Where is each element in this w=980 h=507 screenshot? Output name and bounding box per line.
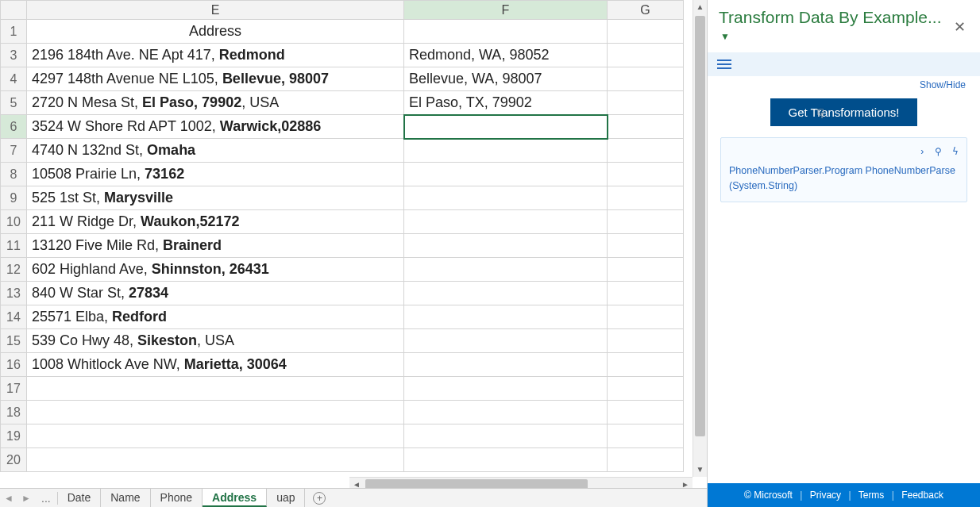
- cell-G13[interactable]: [608, 282, 684, 305]
- cell-F19[interactable]: [404, 424, 608, 448]
- row-header[interactable]: 20: [1, 448, 27, 472]
- result-text[interactable]: PhoneNumberParser.Program PhoneNumberPar…: [729, 163, 959, 194]
- cell-F6[interactable]: [404, 115, 608, 139]
- cell-F13[interactable]: [404, 282, 608, 305]
- cell-F5[interactable]: El Paso, TX, 79902: [404, 91, 608, 115]
- cell-G14[interactable]: [608, 305, 684, 329]
- cell-F18[interactable]: [404, 401, 608, 424]
- cell-F7[interactable]: [404, 139, 608, 163]
- cell-G20[interactable]: [608, 448, 684, 472]
- cell-E5[interactable]: 2720 N Mesa St, El Paso, 79902, USA: [27, 91, 404, 115]
- cell-E18[interactable]: [27, 401, 404, 424]
- row-header[interactable]: 18: [1, 401, 27, 424]
- cell-G6[interactable]: [608, 115, 684, 139]
- sheet-tab-address[interactable]: Address: [203, 489, 267, 507]
- sheet-tab-date[interactable]: Date: [58, 489, 102, 507]
- cell-G5[interactable]: [608, 91, 684, 115]
- row-header[interactable]: 10: [1, 210, 27, 234]
- row-header[interactable]: 14: [1, 305, 27, 329]
- cell-E1[interactable]: Address: [27, 20, 404, 44]
- get-transformations-button[interactable]: Get Transformations! ☟: [770, 98, 916, 126]
- worksheet-grid[interactable]: E F G 1Address32196 184th Ave. NE Apt 41…: [0, 0, 684, 472]
- cell-F12[interactable]: [404, 258, 608, 282]
- column-header-F[interactable]: F: [404, 1, 608, 20]
- close-pane-button[interactable]: ✕: [951, 18, 969, 36]
- row-header[interactable]: 19: [1, 424, 27, 448]
- scroll-up-arrow-icon[interactable]: ▲: [693, 0, 707, 14]
- vertical-scrollbar[interactable]: ▲ ▼: [693, 0, 707, 477]
- cell-G19[interactable]: [608, 424, 684, 448]
- cell-E8[interactable]: 10508 Prairie Ln, 73162: [27, 163, 404, 186]
- row-header[interactable]: 5: [1, 91, 27, 115]
- row-header[interactable]: 12: [1, 258, 27, 282]
- bolt-icon[interactable]: ϟ: [952, 146, 959, 157]
- scroll-down-arrow-icon[interactable]: ▼: [693, 463, 707, 477]
- row-header[interactable]: 1: [1, 20, 27, 44]
- cell-E7[interactable]: 4740 N 132nd St, Omaha: [27, 139, 404, 163]
- show-hide-link[interactable]: Show/Hide: [920, 79, 966, 90]
- cell-E20[interactable]: [27, 448, 404, 472]
- add-sheet-button[interactable]: +: [305, 489, 334, 507]
- cell-F1[interactable]: [404, 20, 608, 44]
- cell-E9[interactable]: 525 1st St, Marysville: [27, 186, 404, 210]
- pin-icon[interactable]: ⚲: [935, 146, 942, 157]
- cell-F20[interactable]: [404, 448, 608, 472]
- row-header[interactable]: 9: [1, 186, 27, 210]
- select-all-corner[interactable]: [1, 1, 27, 20]
- cell-E6[interactable]: 3524 W Shore Rd APT 1002, Warwick,02886: [27, 115, 404, 139]
- cell-G8[interactable]: [608, 163, 684, 186]
- cell-F17[interactable]: [404, 377, 608, 401]
- footer-feedback-link[interactable]: Feedback: [901, 490, 943, 501]
- sheet-tab-name[interactable]: Name: [101, 489, 150, 507]
- cell-G3[interactable]: [608, 44, 684, 67]
- cell-F10[interactable]: [404, 210, 608, 234]
- footer-privacy-link[interactable]: Privacy: [810, 490, 841, 501]
- row-header[interactable]: 13: [1, 282, 27, 305]
- column-header-G[interactable]: G: [608, 1, 684, 20]
- row-header[interactable]: 4: [1, 67, 27, 91]
- tab-nav-next-icon[interactable]: ►: [17, 493, 35, 504]
- cell-E17[interactable]: [27, 377, 404, 401]
- cell-G1[interactable]: [608, 20, 684, 44]
- footer-terms-link[interactable]: Terms: [858, 490, 885, 501]
- cell-F11[interactable]: [404, 234, 608, 258]
- cell-E14[interactable]: 25571 Elba, Redford: [27, 305, 404, 329]
- footer-copyright[interactable]: © Microsoft: [744, 490, 793, 501]
- cell-E15[interactable]: 539 Co Hwy 48, Sikeston, USA: [27, 329, 404, 353]
- row-header[interactable]: 15: [1, 329, 27, 353]
- cell-F16[interactable]: [404, 353, 608, 377]
- cell-E10[interactable]: 211 W Ridge Dr, Waukon,52172: [27, 210, 404, 234]
- cell-E11[interactable]: 13120 Five Mile Rd, Brainerd: [27, 234, 404, 258]
- cell-G17[interactable]: [608, 377, 684, 401]
- sheet-tab-uap[interactable]: uap: [267, 489, 305, 507]
- tab-overflow-button[interactable]: ...: [35, 492, 58, 505]
- cell-E13[interactable]: 840 W Star St, 27834: [27, 282, 404, 305]
- cell-E12[interactable]: 602 Highland Ave, Shinnston, 26431: [27, 258, 404, 282]
- pane-title[interactable]: Transform Data By Example... ▼: [719, 8, 951, 46]
- cell-F14[interactable]: [404, 305, 608, 329]
- vertical-scroll-thumb[interactable]: [695, 16, 705, 436]
- cell-G16[interactable]: [608, 353, 684, 377]
- row-header[interactable]: 3: [1, 44, 27, 67]
- row-header[interactable]: 6: [1, 115, 27, 139]
- cell-E16[interactable]: 1008 Whitlock Ave NW, Marietta, 30064: [27, 353, 404, 377]
- cell-G11[interactable]: [608, 234, 684, 258]
- cell-G12[interactable]: [608, 258, 684, 282]
- cell-G7[interactable]: [608, 139, 684, 163]
- tab-nav-prev-icon[interactable]: ◄: [0, 493, 17, 504]
- cell-F9[interactable]: [404, 186, 608, 210]
- cell-G15[interactable]: [608, 329, 684, 353]
- cell-E4[interactable]: 4297 148th Avenue NE L105, Bellevue, 980…: [27, 67, 404, 91]
- row-header[interactable]: 17: [1, 377, 27, 401]
- row-header[interactable]: 11: [1, 234, 27, 258]
- cell-F15[interactable]: [404, 329, 608, 353]
- hamburger-menu-icon[interactable]: [717, 60, 731, 69]
- dropdown-icon[interactable]: ▼: [720, 31, 730, 42]
- row-header[interactable]: 16: [1, 353, 27, 377]
- chevron-right-icon[interactable]: ›: [920, 146, 924, 157]
- column-header-E[interactable]: E: [27, 1, 404, 20]
- cell-F3[interactable]: Redmond, WA, 98052: [404, 44, 608, 67]
- cell-E19[interactable]: [27, 424, 404, 448]
- row-header[interactable]: 8: [1, 163, 27, 186]
- cell-G10[interactable]: [608, 210, 684, 234]
